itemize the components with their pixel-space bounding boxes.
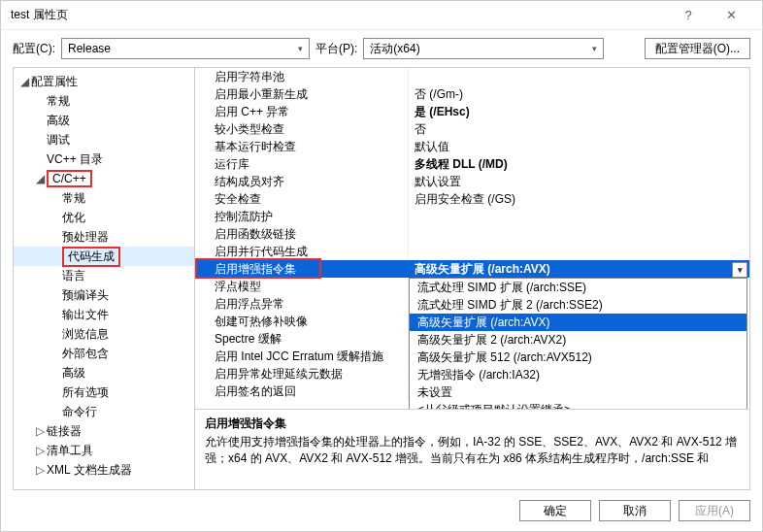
tree-item[interactable]: 所有选项 (14, 382, 194, 402)
tree-item-label: 高级 (47, 113, 70, 129)
dialog: test 属性页 ? ✕ 配置(C): Release ▾ 平台(P): 活动(… (0, 0, 763, 532)
tree-item-label: 常规 (47, 93, 70, 110)
chevron-down-icon[interactable]: ▾ (732, 262, 747, 278)
property-label: 控制流防护 (195, 209, 409, 225)
property-row[interactable]: 启用字符串池 (195, 68, 749, 85)
property-label: 启用 C++ 异常 (195, 104, 409, 120)
titlebar: test 属性页 ? ✕ (1, 1, 762, 30)
tree-item-label: 代码生成 (62, 247, 120, 267)
property-row[interactable]: 基本运行时检查默认值 (195, 138, 749, 155)
property-label: 启用异常处理延续元数据 (195, 366, 409, 382)
tree-item-label: 语言 (62, 268, 85, 284)
footer: 确定 取消 应用(A) (1, 490, 762, 531)
property-value[interactable]: 启用安全检查 (/GS) (409, 191, 749, 208)
property-label: 较小类型检查 (195, 121, 409, 138)
tree-item[interactable]: 常规 (14, 188, 194, 208)
tree-item-label: 外部包含 (62, 346, 109, 362)
tree-item-label: 优化 (62, 210, 85, 226)
tree-item[interactable]: ◢配置属性 (14, 72, 194, 91)
property-value[interactable]: 多线程 DLL (/MD) (409, 156, 749, 173)
platform-combo[interactable]: 活动(x64) ▾ (363, 38, 604, 59)
config-combo[interactable]: Release ▾ (61, 38, 310, 59)
property-row[interactable]: 较小类型检查否 (195, 120, 749, 138)
property-row[interactable]: 启用最小重新生成否 (/Gm-) (195, 85, 749, 103)
tree-item[interactable]: 调试 (14, 130, 194, 150)
tree-item-label: 调试 (47, 132, 70, 149)
property-row[interactable]: 启用函数级链接 (195, 225, 749, 243)
property-label: 启用最小重新生成 (195, 86, 409, 103)
tree-item[interactable]: ◢C/C++ (14, 169, 194, 188)
tree-item[interactable]: ▷清单工具 (14, 441, 194, 460)
tree-item[interactable]: VC++ 目录 (14, 150, 194, 169)
tree-item-label: 链接器 (47, 423, 82, 440)
property-value[interactable]: 否 (/Gm-) (409, 86, 749, 103)
property-row[interactable]: 启用并行代码生成 (195, 243, 749, 260)
dropdown-option[interactable]: 流式处理 SIMD 扩展 2 (/arch:SSE2) (410, 296, 746, 314)
cancel-button[interactable]: 取消 (599, 500, 671, 521)
description-panel: 启用增强指令集 允许使用支持增强指令集的处理器上的指令，例如，IA-32 的 S… (195, 410, 749, 489)
tree-item-label: 浏览信息 (62, 326, 109, 343)
dropdown-option[interactable]: 高级矢量扩展 512 (/arch:AVX512) (410, 349, 746, 366)
property-label: 启用签名的返回 (195, 383, 409, 400)
chevron-down-icon: ▾ (592, 44, 597, 53)
dropdown-option[interactable]: 无增强指令 (/arch:IA32) (410, 366, 746, 383)
tree-item[interactable]: 预处理器 (14, 227, 194, 247)
property-label: 运行库 (195, 156, 409, 173)
property-value[interactable]: 是 (/EHsc) (409, 104, 749, 120)
body: ◢配置属性常规高级调试VC++ 目录◢C/C++常规优化预处理器代码生成语言预编… (13, 67, 750, 490)
tree-item[interactable]: 高级 (14, 363, 194, 382)
tree-item[interactable]: 命令行 (14, 402, 194, 421)
property-label: 创建可热修补映像 (195, 314, 409, 330)
property-value[interactable]: 默认设置 (409, 174, 749, 190)
description-text: 允许使用支持增强指令集的处理器上的指令，例如，IA-32 的 SSE、SSE2、… (205, 434, 740, 467)
dropdown-option[interactable]: 流式处理 SIMD 扩展 (/arch:SSE) (410, 279, 746, 296)
config-value: Release (68, 42, 111, 55)
property-value[interactable]: 否 (409, 121, 749, 138)
property-row[interactable]: 启用增强指令集高级矢量扩展 (/arch:AVX)▾ (195, 260, 749, 278)
property-label: 启用函数级链接 (195, 226, 409, 243)
tree-view[interactable]: ◢配置属性常规高级调试VC++ 目录◢C/C++常规优化预处理器代码生成语言预编… (13, 68, 195, 490)
tree-item[interactable]: 优化 (14, 208, 194, 227)
tree-item-label: XML 文档生成器 (47, 462, 132, 479)
toolbar: 配置(C): Release ▾ 平台(P): 活动(x64) ▾ 配置管理器(… (1, 30, 762, 67)
tree-item[interactable]: 输出文件 (14, 305, 194, 324)
tree-item[interactable]: 常规 (14, 91, 194, 111)
property-label: 基本运行时检查 (195, 139, 409, 155)
twist-icon: ▷ (33, 463, 47, 477)
twist-icon: ◢ (33, 172, 47, 185)
apply-button[interactable]: 应用(A) (679, 500, 750, 521)
property-panel: 启用字符串池启用最小重新生成否 (/Gm-)启用 C++ 异常是 (/EHsc)… (195, 68, 750, 490)
tree-item-label: 预编译头 (62, 287, 109, 304)
tree-item[interactable]: ▷链接器 (14, 421, 194, 441)
property-label: 启用增强指令集 (195, 261, 409, 278)
twist-icon: ◢ (17, 75, 31, 88)
dropdown-option[interactable]: 高级矢量扩展 2 (/arch:AVX2) (410, 331, 746, 349)
property-row[interactable]: 安全检查启用安全检查 (/GS) (195, 190, 749, 208)
property-grid[interactable]: 启用字符串池启用最小重新生成否 (/Gm-)启用 C++ 异常是 (/EHsc)… (195, 68, 749, 410)
property-label: 启用 Intel JCC Erratum 缓解措施 (195, 349, 409, 365)
config-manager-button[interactable]: 配置管理器(O)... (645, 38, 750, 59)
property-row[interactable]: 启用 C++ 异常是 (/EHsc) (195, 103, 749, 120)
help-button[interactable]: ? (667, 8, 710, 22)
dropdown-option[interactable]: <从父级或项目默认设置继承> (410, 401, 746, 410)
tree-item[interactable]: 外部包含 (14, 344, 194, 363)
window-title: test 属性页 (11, 7, 667, 23)
dropdown-list[interactable]: 流式处理 SIMD 扩展 (/arch:SSE)流式处理 SIMD 扩展 2 (… (409, 278, 747, 410)
property-value[interactable]: 默认值 (409, 139, 749, 155)
property-label: 浮点模型 (195, 279, 409, 295)
property-value[interactable]: 高级矢量扩展 (/arch:AVX)▾ (409, 261, 749, 278)
property-row[interactable]: 结构成员对齐默认设置 (195, 173, 749, 190)
property-row[interactable]: 运行库多线程 DLL (/MD) (195, 155, 749, 173)
tree-item[interactable]: 预编译头 (14, 285, 194, 305)
tree-item[interactable]: 高级 (14, 111, 194, 130)
tree-item[interactable]: 语言 (14, 266, 194, 285)
close-button[interactable]: ✕ (710, 8, 752, 22)
dropdown-option[interactable]: 未设置 (410, 383, 746, 401)
twist-icon: ▷ (33, 424, 47, 438)
tree-item[interactable]: 代码生成 (14, 247, 194, 266)
ok-button[interactable]: 确定 (519, 500, 591, 521)
tree-item[interactable]: 浏览信息 (14, 324, 194, 344)
tree-item[interactable]: ▷XML 文档生成器 (14, 460, 194, 480)
dropdown-option[interactable]: 高级矢量扩展 (/arch:AVX) (410, 314, 746, 331)
property-row[interactable]: 控制流防护 (195, 208, 749, 225)
